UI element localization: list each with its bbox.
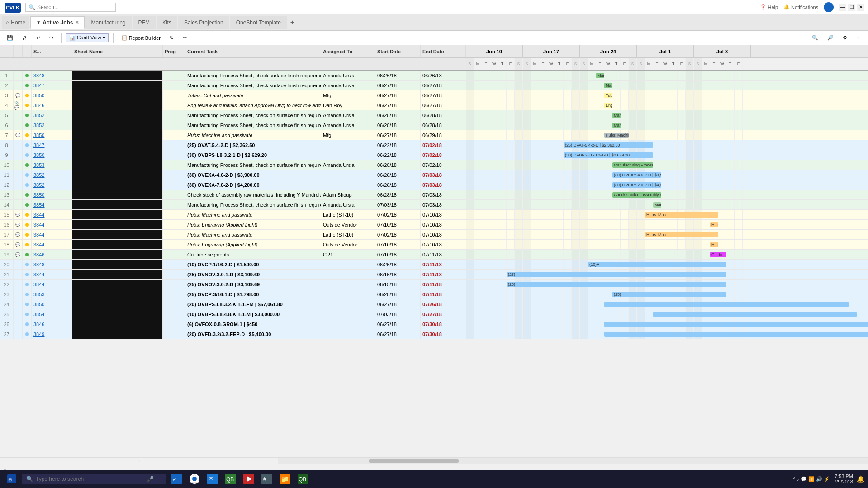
gantt-bar[interactable]: Hubs: Mac bbox=[645, 232, 718, 237]
sheet-id-link[interactable]: 3854 bbox=[32, 309, 72, 319]
sheet-id-link[interactable]: 3847 bbox=[32, 140, 72, 150]
sheet-id-link[interactable]: 3844 bbox=[32, 220, 72, 229]
zoom-fit-btn[interactable]: 🔍 bbox=[809, 33, 821, 42]
gantt-bar[interactable]: Cut tu bbox=[710, 252, 726, 257]
sheet-id-link[interactable]: 3848 bbox=[32, 260, 72, 269]
search-input[interactable] bbox=[37, 4, 109, 10]
comment-cell: 💬 bbox=[14, 90, 23, 100]
gantt-bar[interactable]: (30) OVEXA-7.0-2-D | $4,200.00 bbox=[612, 182, 661, 188]
taskbar-app-qb2[interactable]: QB bbox=[295, 471, 311, 487]
gantt-bar[interactable] bbox=[604, 322, 868, 327]
gantt-bar[interactable]: Manufacturing Process Sheet, check on su… bbox=[612, 162, 653, 168]
gantt-bar[interactable] bbox=[653, 312, 857, 317]
redo-btn[interactable]: ↪ bbox=[46, 33, 57, 42]
sheet-id-link[interactable]: 3848 bbox=[32, 71, 72, 80]
tab-kits[interactable]: Kits bbox=[157, 16, 177, 29]
sheet-id-link[interactable]: 3852 bbox=[32, 180, 72, 190]
save-icon-btn[interactable]: 💾 bbox=[4, 33, 16, 42]
taskbar-app-qbo[interactable]: QB bbox=[223, 471, 239, 487]
gantt-bar[interactable]: Hubs: Engrav bbox=[710, 242, 718, 247]
gantt-day-cell bbox=[645, 309, 653, 319]
gantt-day-cell bbox=[710, 81, 718, 90]
gantt-bar[interactable]: Tubes: Cut and passivate bbox=[604, 93, 612, 98]
sheet-id-link[interactable]: 3850 bbox=[32, 150, 72, 160]
help-button[interactable]: ❓ Help bbox=[760, 4, 778, 10]
sheet-id-link[interactable]: 3844 bbox=[32, 230, 72, 239]
gantt-bar[interactable]: (30) OVBPS-L8-3.2-1-D | $2,629.20 bbox=[564, 152, 653, 158]
more-btn[interactable]: ⋮ bbox=[853, 33, 864, 42]
sheet-id-link[interactable]: 3850 bbox=[32, 190, 72, 199]
minimize-button[interactable]: — bbox=[839, 4, 846, 11]
sheet-id-link[interactable]: 3852 bbox=[32, 170, 72, 180]
tab-close-button[interactable]: ✕ bbox=[75, 20, 79, 25]
gantt-bar[interactable]: (25) OVAT-5.4-2-D | $2,362.50 bbox=[564, 142, 653, 148]
gantt-bar[interactable]: (25) bbox=[507, 282, 726, 287]
sheet-id-link[interactable]: 3844 bbox=[32, 210, 72, 219]
tab-manufacturing[interactable]: Manufacturing bbox=[85, 16, 132, 29]
sheet-id-link[interactable]: 3846 bbox=[32, 100, 72, 110]
gantt-bar[interactable]: (10)V bbox=[588, 262, 726, 267]
sheet-id-link[interactable]: 3846 bbox=[32, 319, 72, 329]
sheet-id-link[interactable]: 3850 bbox=[32, 90, 72, 100]
gantt-bar[interactable]: Eng review and initials, attach Approval… bbox=[604, 103, 612, 108]
sheet-id-link[interactable]: 3854 bbox=[32, 200, 72, 209]
tab-oneshot[interactable]: OneShot Template bbox=[230, 16, 287, 29]
gantt-bar[interactable]: Check stock of assembly raw materials, i… bbox=[612, 192, 661, 198]
sheet-id-link[interactable]: 3850 bbox=[32, 130, 72, 140]
print-icon-btn[interactable]: 🖨 bbox=[19, 34, 30, 42]
gantt-bar[interactable]: Manufacturing Process Sheet, check on su… bbox=[612, 123, 621, 128]
close-button[interactable]: ✕ bbox=[857, 4, 864, 11]
gantt-bar[interactable] bbox=[604, 332, 868, 337]
gantt-bar[interactable]: Manufacturing Process Sheet, check surfa… bbox=[604, 83, 612, 88]
tab-home[interactable]: ⌂ Home bbox=[2, 16, 29, 29]
taskbar-app-chrome[interactable] bbox=[186, 471, 203, 487]
taskbar-app-task[interactable]: ✓ bbox=[168, 471, 185, 487]
sheet-id-link[interactable]: 3847 bbox=[32, 81, 72, 90]
sheet-id-link[interactable]: 3853 bbox=[32, 289, 72, 299]
gantt-bar[interactable]: (25) bbox=[612, 292, 726, 297]
gantt-view-btn[interactable]: 📊 Gantt View ▾ bbox=[66, 33, 109, 42]
gantt-bar[interactable]: Manufacturing Process Sheet, check surfa… bbox=[596, 73, 604, 78]
taskbar-app-files[interactable]: 📁 bbox=[277, 471, 293, 487]
taskbar-search-box[interactable]: 🔍 🎤 bbox=[22, 474, 166, 484]
add-tab-button[interactable]: + bbox=[288, 19, 297, 27]
refresh-btn[interactable]: ↻ bbox=[166, 33, 177, 42]
sheet-id-link[interactable]: 3852 bbox=[32, 120, 72, 130]
gantt-bar[interactable] bbox=[604, 302, 849, 307]
tab-sales-projection[interactable]: Sales Projection bbox=[178, 16, 229, 29]
gantt-bar[interactable]: Hubs: Mac bbox=[645, 212, 718, 218]
taskbar-search-input[interactable] bbox=[36, 476, 144, 482]
notifications-icon[interactable]: 🔔 bbox=[857, 475, 864, 483]
sheet-id-link[interactable]: 3853 bbox=[32, 160, 72, 170]
taskbar-app-youtube[interactable] bbox=[241, 471, 257, 487]
user-avatar[interactable] bbox=[824, 2, 834, 12]
settings-btn[interactable]: ⚙ bbox=[840, 33, 850, 42]
sheet-id-link[interactable]: 3844 bbox=[32, 280, 72, 289]
report-builder-btn[interactable]: 📋 Report Builder bbox=[118, 33, 164, 42]
start-button[interactable]: ⊞ bbox=[4, 471, 20, 487]
sheet-id-link[interactable]: 3844 bbox=[32, 270, 72, 279]
sheet-id-link[interactable]: 3849 bbox=[32, 329, 72, 339]
gantt-bar[interactable]: (30) OVEXA-4.6-2-D | $3,900.00 bbox=[612, 172, 661, 178]
sheet-id-link[interactable]: 3852 bbox=[32, 110, 72, 120]
tab-active-jobs[interactable]: ▼ Active Jobs ✕ bbox=[30, 16, 84, 29]
gantt-bar[interactable]: Manufacturing Process Sheet, check on su… bbox=[612, 113, 621, 118]
notifications-button[interactable]: 🔔 Notifications bbox=[783, 4, 818, 10]
taskbar-app-mail[interactable]: ✉ bbox=[204, 471, 221, 487]
horizontal-scrollbar[interactable] bbox=[278, 458, 868, 464]
zoom-in-btn[interactable]: 🔎 bbox=[824, 33, 837, 42]
tab-pfm[interactable]: PFM bbox=[133, 16, 156, 29]
search-box[interactable]: 🔍 bbox=[25, 3, 116, 12]
sheet-id-link[interactable]: 3850 bbox=[32, 299, 72, 309]
sheet-id-link[interactable]: 3844 bbox=[32, 240, 72, 249]
edit-btn[interactable]: ✏ bbox=[180, 33, 190, 42]
taskbar-app-calc[interactable]: # bbox=[259, 471, 275, 487]
scrollbar-thumb[interactable] bbox=[369, 459, 459, 463]
gantt-bar[interactable]: Manufacturing Process Sheet, check on su… bbox=[653, 202, 661, 208]
gantt-bar[interactable]: (25) bbox=[507, 272, 726, 277]
gantt-bar[interactable]: Hubs: Machine and passivate bbox=[604, 133, 629, 138]
sheet-id-link[interactable]: 3846 bbox=[32, 250, 72, 259]
restore-button[interactable]: ❐ bbox=[848, 4, 855, 11]
gantt-bar[interactable]: Hubs: Engrav bbox=[710, 222, 718, 227]
undo-btn[interactable]: ↩ bbox=[33, 33, 43, 42]
